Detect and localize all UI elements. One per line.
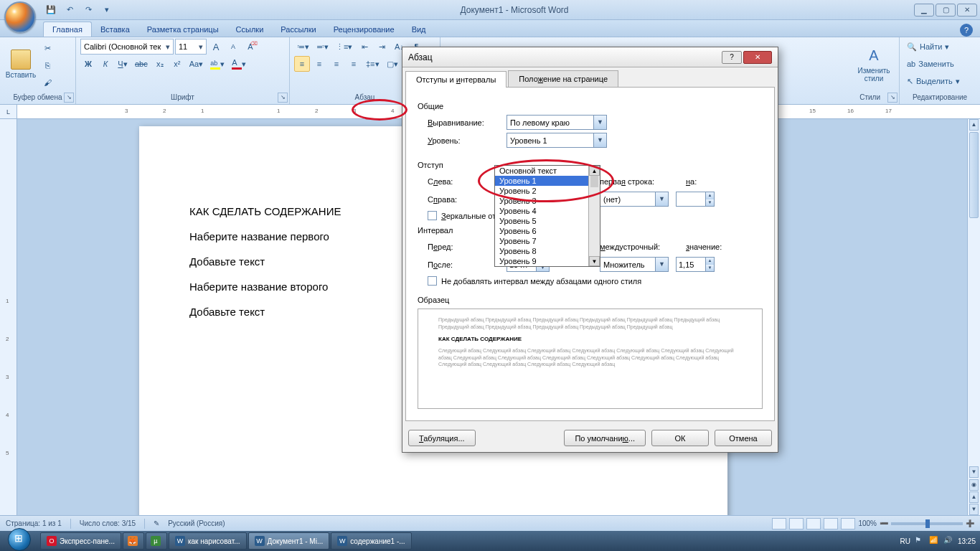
undo-button[interactable]: ↶: [62, 2, 77, 18]
clipboard-launcher[interactable]: ↘: [64, 93, 74, 103]
grow-font-button[interactable]: A: [208, 39, 224, 55]
multilevel-button[interactable]: ⋮≡▾: [333, 39, 355, 55]
level-option[interactable]: Основной текст: [495, 166, 600, 176]
tab-mailings[interactable]: Рассылки: [272, 22, 324, 37]
decrease-indent-button[interactable]: ⇤: [357, 39, 372, 55]
status-language[interactable]: Русский (Россия): [168, 519, 225, 527]
italic-button[interactable]: К: [98, 56, 113, 72]
format-painter-button[interactable]: 🖌: [39, 75, 55, 90]
next-page-button[interactable]: ▼: [969, 504, 979, 515]
save-button[interactable]: 💾: [43, 2, 59, 18]
qat-customize-button[interactable]: ▾: [99, 2, 115, 18]
tray-flag-icon[interactable]: ⚑: [915, 536, 925, 546]
level-option[interactable]: Уровень 5: [495, 216, 600, 226]
doc-line-1[interactable]: КАК СДЕЛАТЬ СОДЕРЖАНИЕ: [189, 205, 341, 217]
tray-network-icon[interactable]: 📶: [929, 536, 939, 546]
scroll-thumb[interactable]: [969, 132, 979, 218]
level-option[interactable]: Уровень 4: [495, 206, 600, 216]
browse-object-button[interactable]: ▲: [969, 491, 979, 503]
tab-home[interactable]: Главная: [43, 22, 92, 37]
font-launcher[interactable]: ↘: [278, 93, 288, 103]
ok-button[interactable]: ОК: [651, 430, 709, 446]
prev-page-button[interactable]: ◉: [969, 479, 979, 491]
line-spacing-combo[interactable]: Множитель▼: [600, 257, 669, 272]
level-dropdown-list[interactable]: ▲▼ Основной текстУровень 1Уровень 2Урове…: [494, 165, 600, 267]
vertical-ruler[interactable]: 12345: [0, 119, 17, 515]
mirror-indents-checkbox[interactable]: [428, 211, 437, 220]
taskbar-item[interactable]: OЭкспресс-пане...: [40, 532, 121, 550]
level-option[interactable]: Уровень 2: [495, 186, 600, 196]
underline-button[interactable]: Ч▾: [115, 56, 131, 72]
align-right-button[interactable]: ≡: [329, 56, 344, 72]
font-name-combo[interactable]: Calibri (Основной тек▾: [80, 39, 174, 55]
tab-insert[interactable]: Вставка: [92, 22, 138, 37]
zoom-out-button[interactable]: ➖: [880, 519, 888, 527]
highlight-button[interactable]: ab▾: [207, 56, 227, 72]
vertical-scrollbar[interactable]: ▲ ▼ ◉ ▲ ▼: [967, 119, 980, 515]
paste-button[interactable]: Вставить: [4, 40, 37, 88]
zoom-thumb[interactable]: [925, 519, 930, 528]
align-left-button[interactable]: ≡: [294, 56, 310, 72]
maximize-button[interactable]: ▢: [936, 4, 956, 17]
select-button[interactable]: ↖Выделить▾: [904, 73, 976, 89]
line-spacing-at-spinner[interactable]: ▲▼: [676, 257, 715, 272]
level-option[interactable]: Уровень 1: [495, 176, 600, 186]
scroll-up-button[interactable]: ▲: [969, 119, 979, 131]
view-full-reading[interactable]: [789, 518, 804, 529]
dialog-close-button[interactable]: ✕: [743, 51, 772, 64]
cancel-button[interactable]: Отмена: [715, 430, 772, 446]
view-web-layout[interactable]: [806, 518, 821, 529]
tab-view[interactable]: Вид: [403, 22, 435, 37]
tab-indents-spacing[interactable]: Отступы и интервалы: [405, 71, 507, 88]
status-words[interactable]: Число слов: 3/15: [80, 519, 136, 527]
tray-clock[interactable]: 13:25: [958, 537, 976, 545]
subscript-button[interactable]: x₂: [152, 56, 168, 72]
level-option[interactable]: Уровень 8: [495, 246, 600, 256]
default-button[interactable]: По умолчанию...: [564, 430, 646, 446]
level-option[interactable]: Уровень 3: [495, 196, 600, 206]
cut-button[interactable]: ✂: [39, 40, 55, 56]
line-spacing-button[interactable]: ‡≡▾: [363, 56, 382, 72]
align-center-button[interactable]: ≡: [311, 56, 327, 72]
status-proofing-icon[interactable]: ✎: [154, 519, 159, 527]
bold-button[interactable]: Ж: [80, 56, 96, 72]
taskbar-item[interactable]: Wсодержание1 -...: [331, 532, 411, 550]
level-option[interactable]: Уровень 9: [495, 256, 600, 266]
strike-button[interactable]: abc: [132, 56, 151, 72]
minimize-button[interactable]: ▁: [914, 4, 934, 17]
zoom-value[interactable]: 100%: [858, 519, 877, 527]
tray-lang[interactable]: RU: [900, 537, 910, 545]
styles-launcher[interactable]: ↘: [887, 93, 897, 103]
level-option[interactable]: Уровень 6: [495, 226, 600, 236]
shading-button[interactable]: ▢▾: [384, 56, 401, 72]
font-size-combo[interactable]: 11▾: [175, 39, 207, 55]
clear-format-button[interactable]: A⌫: [242, 39, 258, 55]
zoom-slider[interactable]: [891, 522, 963, 525]
office-button[interactable]: [4, 1, 36, 33]
no-space-same-style-checkbox[interactable]: [428, 276, 437, 286]
numbering-button[interactable]: ≕▾: [314, 39, 331, 55]
view-outline[interactable]: [824, 518, 838, 529]
copy-button[interactable]: ⎘: [39, 57, 55, 73]
tabs-button[interactable]: Табуляция...: [408, 430, 476, 446]
tab-review[interactable]: Рецензирование: [325, 22, 403, 37]
level-combo[interactable]: Уровень 1▼: [507, 133, 607, 148]
redo-button[interactable]: ↷: [80, 2, 96, 18]
increase-indent-button[interactable]: ⇥: [374, 39, 390, 55]
change-styles-button[interactable]: A Изменить стили: [857, 40, 890, 88]
help-button[interactable]: ?: [960, 24, 973, 37]
zoom-in-button[interactable]: ➕: [966, 519, 974, 527]
tab-references[interactable]: Ссылки: [227, 22, 273, 37]
dialog-help-button[interactable]: ?: [722, 51, 742, 64]
taskbar-item[interactable]: 🦊: [123, 532, 144, 550]
tray-volume-icon[interactable]: 🔊: [943, 536, 953, 546]
align-justify-button[interactable]: ≡: [346, 56, 362, 72]
taskbar-item[interactable]: µ: [146, 532, 167, 550]
first-line-by-spinner[interactable]: ▲▼: [676, 192, 715, 207]
taskbar-item[interactable]: WДокумент1 - Mi...: [248, 532, 330, 550]
start-button[interactable]: [0, 531, 39, 551]
tab-pagelayout[interactable]: Разметка страницы: [138, 22, 227, 37]
font-color-button[interactable]: A▾: [229, 56, 249, 72]
view-draft[interactable]: [841, 518, 855, 529]
first-line-combo[interactable]: (нет)▼: [600, 192, 669, 207]
